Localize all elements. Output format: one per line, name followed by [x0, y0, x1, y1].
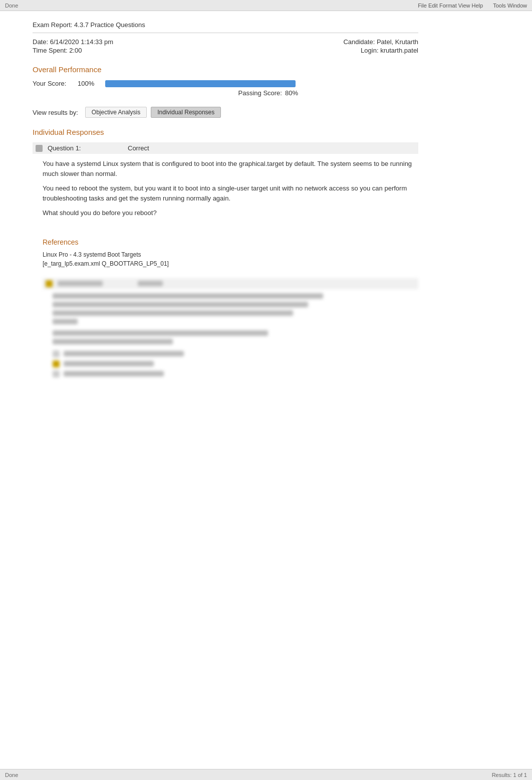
- content-area: Exam Report: 4.3.7 Practice Questions Da…: [0, 11, 451, 391]
- blurred-section: [43, 278, 418, 377]
- blurred-question-label: [58, 281, 103, 286]
- blurred-question-result: [138, 281, 163, 286]
- top-bar-menu1[interactable]: File Edit Format View Help: [418, 3, 483, 9]
- question-1-header: Question 1: Correct: [33, 142, 418, 154]
- tab-individual-responses[interactable]: Individual Responses: [151, 107, 221, 118]
- top-bar-left[interactable]: Done: [5, 3, 18, 9]
- blurred-para-1: [53, 293, 418, 324]
- individual-responses-section: Individual Responses Question 1: Correct…: [33, 128, 418, 218]
- question-1-status-dot: [36, 145, 43, 152]
- blurred-answer-3: [53, 370, 418, 377]
- top-bar-menu2[interactable]: Tools Window: [493, 3, 527, 9]
- blurred-status-dot: [46, 280, 53, 287]
- tab-objective-analysis[interactable]: Objective Analysis: [85, 107, 147, 118]
- passing-score-value: 80%: [285, 89, 298, 97]
- individual-responses-title: Individual Responses: [33, 128, 418, 136]
- references-line2: [e_targ_lp5.exam.xml Q_BOOTTARG_LP5_01]: [43, 259, 418, 268]
- meta-row: Date: 6/14/2020 1:14:33 pm Time Spent: 2…: [33, 38, 418, 55]
- top-bar: Done File Edit Format View Help Tools Wi…: [0, 0, 532, 11]
- passing-score-label: Passing Score:: [238, 89, 282, 97]
- bottom-bar-results: Results: 1 of 1: [492, 772, 527, 778]
- progress-bar-container: [105, 80, 296, 87]
- bottom-bar: Done Results: 1 of 1: [0, 769, 532, 780]
- question-1-para-2: You need to reboot the system, but you w…: [43, 183, 418, 203]
- overall-performance-section: Overall Performance Your Score: 100% Pas…: [33, 65, 418, 97]
- view-results-row: View results by: Objective Analysis Indi…: [33, 107, 418, 118]
- blurred-answer-correct: [53, 360, 418, 367]
- view-results-label: View results by:: [33, 109, 78, 116]
- blurred-para-2: [53, 330, 418, 344]
- bottom-bar-right: Results: 1 of 1: [492, 772, 527, 778]
- references-section: References Linux Pro - 4.3 systemd Boot …: [43, 238, 418, 268]
- passing-score-row: Passing Score: 80%: [33, 89, 298, 97]
- meta-candidate: Candidate: Patel, Krutarth: [343, 38, 418, 46]
- meta-right: Candidate: Patel, Krutarth Login: krutar…: [343, 38, 418, 55]
- meta-login: Login: krutarth.patel: [343, 47, 418, 54]
- overall-performance-title: Overall Performance: [33, 65, 418, 74]
- your-score-label: Your Score:: [33, 80, 73, 87]
- meta-left: Date: 6/14/2020 1:14:33 pm Time Spent: 2…: [33, 38, 113, 55]
- meta-time-spent: Time Spent: 2:00: [33, 47, 113, 54]
- score-row: Your Score: 100%: [33, 80, 418, 87]
- blurred-answer-1: [53, 350, 418, 357]
- question-1-result: Correct: [128, 144, 149, 152]
- meta-date: Date: 6/14/2020 1:14:33 pm: [33, 38, 113, 46]
- blurred-body: [53, 293, 418, 377]
- question-1-label: Question 1:: [48, 144, 93, 152]
- blurred-question-header: [43, 278, 418, 289]
- your-score-value: 100%: [78, 80, 100, 87]
- question-1-body: You have a systemd Linux system that is …: [43, 159, 418, 218]
- references-title: References: [43, 238, 418, 246]
- exam-title: Exam Report: 4.3.7 Practice Questions: [33, 21, 418, 33]
- blurred-correct-dot: [53, 360, 60, 367]
- references-line1: Linux Pro - 4.3 systemd Boot Targets: [43, 250, 418, 259]
- question-1-para-1: You have a systemd Linux system that is …: [43, 159, 418, 178]
- references-text: Linux Pro - 4.3 systemd Boot Targets [e_…: [43, 250, 418, 268]
- top-bar-right: File Edit Format View Help Tools Window: [418, 3, 527, 9]
- bottom-bar-left[interactable]: Done: [5, 772, 18, 778]
- question-1-para-3: What should you do before you reboot?: [43, 208, 418, 218]
- progress-bar-fill: [105, 80, 296, 87]
